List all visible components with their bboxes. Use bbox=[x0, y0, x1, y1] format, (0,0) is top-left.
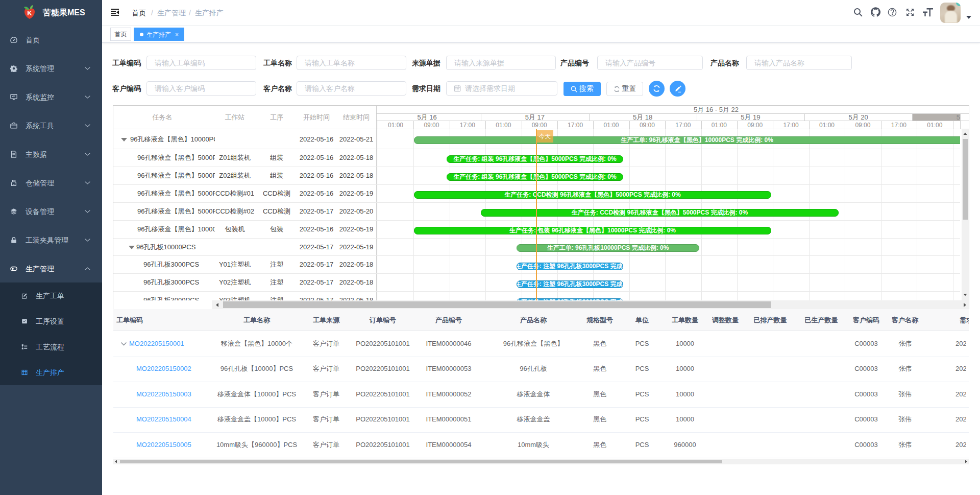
svg-text:K: K bbox=[27, 9, 32, 17]
